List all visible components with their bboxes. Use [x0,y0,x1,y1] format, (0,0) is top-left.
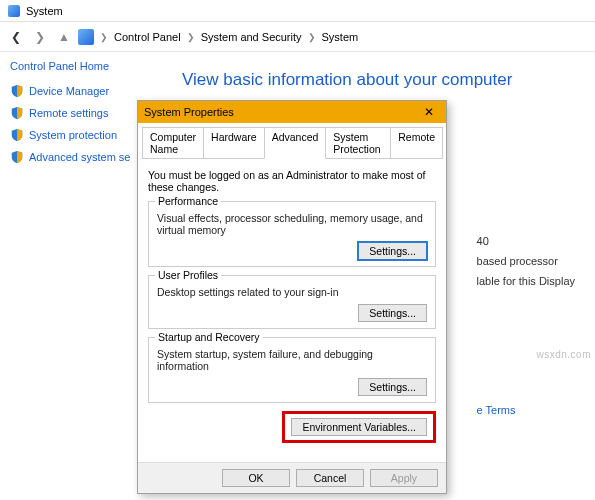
sidebar-link-label: System protection [29,129,117,141]
window-titlebar: System [0,0,595,22]
shield-icon [10,106,24,120]
tab-advanced[interactable]: Advanced [264,127,327,159]
tab-bar: Computer Name Hardware Advanced System P… [142,127,442,159]
license-terms-link[interactable]: e Terms [477,401,575,421]
dialog-titlebar[interactable]: System Properties ✕ [138,101,446,123]
sidebar-item-device-manager[interactable]: Device Manager [10,84,134,98]
apply-button[interactable]: Apply [370,469,438,487]
shield-icon [10,128,24,142]
tab-computer-name[interactable]: Computer Name [142,127,204,159]
chevron-right-icon: ❯ [187,32,195,42]
forward-button[interactable]: ❯ [30,27,50,47]
highlight-box: Environment Variables... [282,411,436,443]
tab-remote[interactable]: Remote [390,127,443,159]
group-desc: System startup, system failure, and debu… [157,348,427,372]
group-title: User Profiles [155,269,221,281]
user-profiles-settings-button[interactable]: Settings... [358,304,427,322]
control-panel-home-link[interactable]: Control Panel Home [10,60,134,72]
performance-settings-button[interactable]: Settings... [358,242,427,260]
sidebar-item-remote-settings[interactable]: Remote settings [10,106,134,120]
sidebar-link-label: Device Manager [29,85,109,97]
breadcrumb-item[interactable]: System and Security [201,31,302,43]
breadcrumb[interactable]: ❯ Control Panel ❯ System and Security ❯ … [78,29,358,45]
shield-icon [10,84,24,98]
up-button[interactable]: ▲ [54,27,74,47]
breadcrumb-item[interactable]: System [322,31,359,43]
performance-group: Performance Visual effects, processor sc… [148,201,436,267]
chevron-right-icon: ❯ [308,32,316,42]
info-line: based processor [477,252,575,272]
group-desc: Visual effects, processor scheduling, me… [157,212,427,236]
window-title: System [26,5,63,17]
info-line: lable for this Display [477,272,575,292]
sidebar-link-label: Remote settings [29,107,108,119]
group-title: Startup and Recovery [155,331,263,343]
system-info-fragment: 40 based processor lable for this Displa… [477,232,575,421]
tab-hardware[interactable]: Hardware [203,127,265,159]
ok-button[interactable]: OK [222,469,290,487]
close-button[interactable]: ✕ [418,105,440,119]
system-icon [8,5,20,17]
sidebar-item-system-protection[interactable]: System protection [10,128,134,142]
group-title: Performance [155,195,221,207]
info-line: 40 [477,232,575,252]
breadcrumb-item[interactable]: Control Panel [114,31,181,43]
dialog-body: You must be logged on as an Administrato… [138,159,446,453]
cancel-button[interactable]: Cancel [296,469,364,487]
user-profiles-group: User Profiles Desktop settings related t… [148,275,436,329]
sidebar: Control Panel Home Device Manager Remote… [0,52,138,500]
page-heading: View basic information about your comput… [182,70,581,90]
shield-icon [10,150,24,164]
back-button[interactable]: ❮ [6,27,26,47]
sidebar-link-label: Advanced system se [29,151,131,163]
nav-bar: ❮ ❯ ▲ ❯ Control Panel ❯ System and Secur… [0,22,595,52]
startup-recovery-group: Startup and Recovery System startup, sys… [148,337,436,403]
dialog-title: System Properties [144,106,234,118]
watermark: wsxdn.com [536,349,591,360]
system-properties-dialog: System Properties ✕ Computer Name Hardwa… [137,100,447,494]
environment-variables-button[interactable]: Environment Variables... [291,418,427,436]
tab-system-protection[interactable]: System Protection [325,127,391,159]
group-desc: Desktop settings related to your sign-in [157,286,427,298]
instruction-text: You must be logged on as an Administrato… [148,169,436,193]
control-panel-icon [78,29,94,45]
sidebar-item-advanced-system[interactable]: Advanced system se [10,150,134,164]
startup-recovery-settings-button[interactable]: Settings... [358,378,427,396]
dialog-button-row: OK Cancel Apply [138,462,446,493]
chevron-right-icon: ❯ [100,32,108,42]
